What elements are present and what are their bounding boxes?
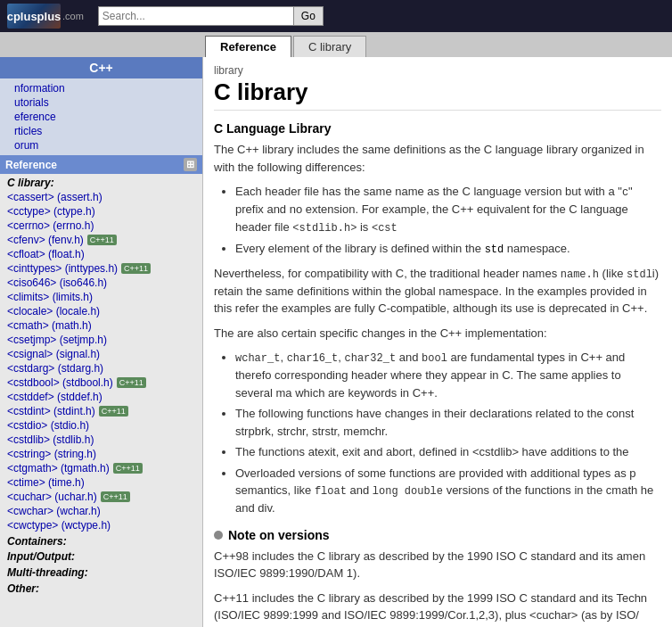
section1-list2: wchar_t, char16_t, char32_t and bool are… — [235, 349, 661, 517]
sidebar-item-cmath[interactable]: <cmath> (math.h) — [0, 318, 202, 333]
main-layout: C++ nformation utorials eference rticles… — [0, 57, 672, 627]
note-p1: C++98 includes the C library as describe… — [214, 548, 661, 582]
sidebar-reference-icon: ⊞ — [184, 158, 197, 171]
sidebar-item-cfloat[interactable]: <cfloat> (float.h) — [0, 247, 202, 261]
section1-p1: The C++ library includes the same defini… — [214, 141, 661, 176]
sidebar: C++ nformation utorials eference rticles… — [0, 57, 203, 627]
sidebar-containers-label: Containers: — [0, 532, 202, 549]
sidebar-item-cerrno[interactable]: <cerrno> (errno.h) — [0, 219, 202, 233]
logo: cplusplus — [7, 4, 61, 29]
cpp11-badge-cstdint: C++11 — [99, 406, 128, 417]
note-heading: Note on versions — [214, 528, 661, 542]
cpp11-badge-cinttypes: C++11 — [121, 263, 151, 274]
content-area: library C library C Language Library The… — [203, 57, 672, 627]
cpp11-badge-cfenv: C++11 — [87, 235, 117, 245]
sidebar-item-information[interactable]: nformation — [7, 81, 195, 95]
sidebar-reference-header: Reference ⊞ — [0, 155, 202, 174]
cbullet-3: The functions atexit, exit and abort, de… — [235, 443, 661, 461]
cpp11-badge-cuchar: C++11 — [101, 491, 130, 502]
note-p2: C++11 includes the C library as describe… — [214, 590, 661, 624]
logo-area: cplusplus .com — [7, 4, 84, 29]
sidebar-item-reference[interactable]: eference — [7, 110, 195, 124]
sidebar-item-clocale[interactable]: <clocale> (locale.h) — [0, 304, 202, 318]
sidebar-item-cwchar[interactable]: <cwchar> (wchar.h) — [0, 504, 202, 518]
sidebar-item-cwctype[interactable]: <cwctype> (wctype.h) — [0, 518, 202, 532]
sidebar-item-cinttypes[interactable]: <cinttypes> (inttypes.h)C++11 — [0, 261, 202, 276]
sidebar-item-cuchar[interactable]: <cuchar> (uchar.h)C++11 — [0, 490, 202, 504]
sidebar-inputoutput-label: Input/Output: — [0, 549, 202, 565]
cbullet-1: wchar_t, char16_t, char32_t and bool are… — [235, 349, 661, 401]
bullet-1: Each header file has the same name as th… — [235, 183, 661, 236]
sidebar-other-label: Other: — [0, 581, 202, 597]
section1-p2: Nevertheless, for compatibility with C, … — [214, 265, 661, 318]
sidebar-item-ctime[interactable]: <ctime> (time.h) — [0, 475, 202, 490]
sidebar-item-climits[interactable]: <climits> (limits.h) — [0, 290, 202, 304]
bullet-2: Every element of the library is defined … — [235, 240, 661, 258]
section1-p3: The are also certain specific changes in… — [214, 325, 661, 342]
sidebar-item-tutorials[interactable]: utorials — [7, 95, 195, 110]
sidebar-item-ctgmath[interactable]: <ctgmath> (tgmath.h)C++11 — [0, 461, 202, 475]
sidebar-item-cstdio[interactable]: <cstdio> (stdio.h) — [0, 418, 202, 433]
search-button[interactable]: Go — [294, 6, 324, 26]
sidebar-item-csignal[interactable]: <csignal> (signal.h) — [0, 347, 202, 361]
sidebar-item-cassert[interactable]: <cassert> (assert.h) — [0, 190, 202, 204]
sidebar-item-cstdint[interactable]: <cstdint> (stdint.h)C++11 — [0, 404, 202, 418]
search-input[interactable] — [98, 6, 294, 26]
logo-text: cplusplus — [7, 10, 61, 23]
cbullet-4: Overloaded versions of some functions ar… — [235, 465, 661, 517]
sidebar-item-ciso646[interactable]: <ciso646> (iso646.h) — [0, 276, 202, 290]
sidebar-item-articles[interactable]: rticles — [7, 124, 195, 138]
sidebar-item-cstddef[interactable]: <cstddef> (stddef.h) — [0, 390, 202, 404]
tabs-row: Reference C library — [0, 32, 672, 57]
sidebar-item-cstdlib[interactable]: <cstdlib> (stdlib.h) — [0, 433, 202, 447]
sidebar-item-forum[interactable]: orum — [7, 138, 195, 153]
section1-list: Each header file has the same name as th… — [235, 183, 661, 258]
top-bar: cplusplus .com Go — [0, 0, 672, 32]
section1-heading: C Language Library — [214, 121, 661, 136]
sidebar-c-library-label: C library: — [0, 174, 202, 190]
sidebar-item-cstdarg[interactable]: <cstdarg> (stdarg.h) — [0, 361, 202, 375]
cbullet-2: The following functions have changes in … — [235, 405, 661, 440]
tab-c-library[interactable]: C library — [293, 36, 366, 57]
sidebar-item-cfenv[interactable]: <cfenv> (fenv.h)C++11 — [0, 233, 202, 247]
sidebar-item-cstdbool[interactable]: <cstdbool> (stdbool.h)C++11 — [0, 375, 202, 390]
sidebar-cpp-header: C++ — [0, 57, 202, 78]
sidebar-item-cctype[interactable]: <cctype> (ctype.h) — [0, 204, 202, 219]
cpp11-badge-ctgmath: C++11 — [113, 463, 143, 474]
sidebar-multithreading-label: Multi-threading: — [0, 565, 202, 581]
note-section: Note on versions C++98 includes the C li… — [214, 528, 661, 628]
breadcrumb: library — [214, 64, 661, 77]
sidebar-item-cstring[interactable]: <cstring> (string.h) — [0, 447, 202, 461]
sidebar-item-csetjmp[interactable]: <csetjmp> (setjmp.h) — [0, 333, 202, 347]
logo-com: .com — [62, 11, 84, 21]
page-title: C library — [214, 78, 661, 111]
search-area: Go — [98, 6, 665, 26]
tab-reference[interactable]: Reference — [205, 36, 291, 57]
cpp11-badge-cstdbool: C++11 — [117, 377, 146, 388]
